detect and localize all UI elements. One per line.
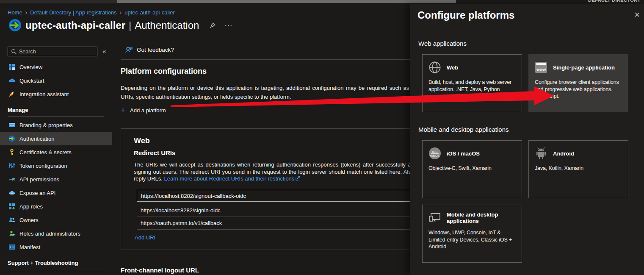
- title-separator: |: [129, 19, 131, 31]
- configure-platforms-panel: Configure platforms × Web applications W…: [410, 4, 644, 275]
- spa-www-icon: www: [535, 61, 547, 74]
- platform-card-description: Build, host, and deploy a web server app…: [428, 79, 516, 93]
- svg-text:iOS: iOS: [432, 150, 438, 154]
- svg-text:www: www: [536, 67, 546, 72]
- platform-card-title: Android: [553, 150, 574, 157]
- platform-card-ios-macos[interactable]: iOS macOS iOS / macOS Objective-C, Swift…: [422, 140, 522, 198]
- platform-card-single-page-application[interactable]: www Single-page application Configure br…: [528, 54, 628, 112]
- android-icon: [535, 147, 547, 160]
- platform-card-web[interactable]: Web Build, host, and deploy a web server…: [422, 54, 522, 112]
- learn-more-link[interactable]: Learn more about Redirect URIs and their…: [164, 175, 295, 182]
- plus-icon: +: [121, 107, 125, 114]
- platform-card-description: Objective-C, Swift, Xamarin: [428, 165, 516, 172]
- add-uri-link[interactable]: Add URI: [135, 234, 155, 241]
- got-feedback-button[interactable]: Got feedback?: [125, 46, 174, 54]
- devices-icon: [428, 211, 441, 224]
- redirect-uris-title: Redirect URIs: [134, 149, 175, 156]
- breadcrumb: Home›Default Directory | App registratio…: [8, 9, 175, 16]
- page-title: uptec-auth-api-caller: [25, 19, 125, 31]
- web-section-title: Web: [134, 136, 150, 145]
- platform-configurations-title: Platform configurations: [121, 67, 207, 76]
- horizontal-scrollbar[interactable]: [0, 0, 456, 3]
- directory-label: DEFAULT DIRECTORY: [588, 0, 641, 3]
- breadcrumb-separator: ›: [120, 9, 122, 16]
- front-channel-logout-title: Front-channel logout URL: [121, 267, 199, 274]
- mobile-desktop-section-title: Mobile and desktop applications: [418, 126, 509, 133]
- redirect-uri-row[interactable]: https://localhost:8282/signin-oidc: [137, 204, 433, 217]
- platform-card-title: Single-page application: [553, 64, 615, 71]
- breadcrumb-home[interactable]: Home: [8, 9, 22, 16]
- page-title-section: Authentication: [135, 19, 199, 31]
- platform-card-description: Windows, UWP, Console, IoT & Limited-ent…: [428, 229, 516, 250]
- platform-card-description: Java, Kotlin, Xamarin: [535, 165, 622, 172]
- divider: [121, 59, 410, 60]
- breadcrumb-app-registrations[interactable]: Default Directory | App registrations: [30, 9, 116, 16]
- got-feedback-label: Got feedback?: [137, 47, 174, 53]
- more-actions-icon[interactable]: ···: [224, 22, 232, 29]
- platform-card-mobile-desktop[interactable]: Mobile and desktop applications Windows,…: [422, 205, 522, 263]
- close-icon[interactable]: ×: [634, 10, 640, 19]
- pin-icon[interactable]: [209, 22, 216, 29]
- redirect-uri-row[interactable]: https://oauth.pstmn.io/v1/callback: [137, 217, 433, 230]
- page-header: uptec-auth-api-caller | Authentication ·…: [8, 19, 232, 32]
- panel-title: Configure platforms: [417, 9, 514, 21]
- ios-macos-icon: iOS macOS: [428, 147, 441, 160]
- redirect-uri-input[interactable]: [137, 190, 433, 202]
- breadcrumb-app[interactable]: uptec-auth-api-caller: [124, 9, 175, 16]
- svg-text:macOS: macOS: [430, 154, 439, 157]
- web-applications-section-title: Web applications: [418, 40, 467, 47]
- horizontal-scrollbar-thumb[interactable]: [117, 0, 456, 3]
- external-link-icon: [296, 176, 300, 181]
- redirect-uris-description: The URIs we will accept as destinations …: [134, 161, 449, 183]
- platform-configurations-description: Depending on the platform or device this…: [121, 83, 430, 101]
- platform-card-title: Web: [447, 64, 458, 71]
- globe-icon: [428, 61, 441, 74]
- breadcrumb-separator: ›: [25, 9, 28, 16]
- add-a-platform-button[interactable]: + Add a platform: [121, 107, 166, 114]
- web-platform-section: Web Redirect URIs The URIs we will accep…: [121, 128, 451, 250]
- platform-card-description: Configure browser client applications an…: [535, 79, 622, 100]
- platform-card-android[interactable]: Android Java, Kotlin, Xamarin: [528, 140, 628, 198]
- feedback-icon: [125, 46, 133, 54]
- platform-card-title: Mobile and desktop applications: [447, 211, 510, 224]
- platform-card-title: iOS / macOS: [447, 150, 480, 157]
- app-registration-icon: [8, 19, 22, 32]
- add-a-platform-label: Add a platform: [130, 107, 166, 114]
